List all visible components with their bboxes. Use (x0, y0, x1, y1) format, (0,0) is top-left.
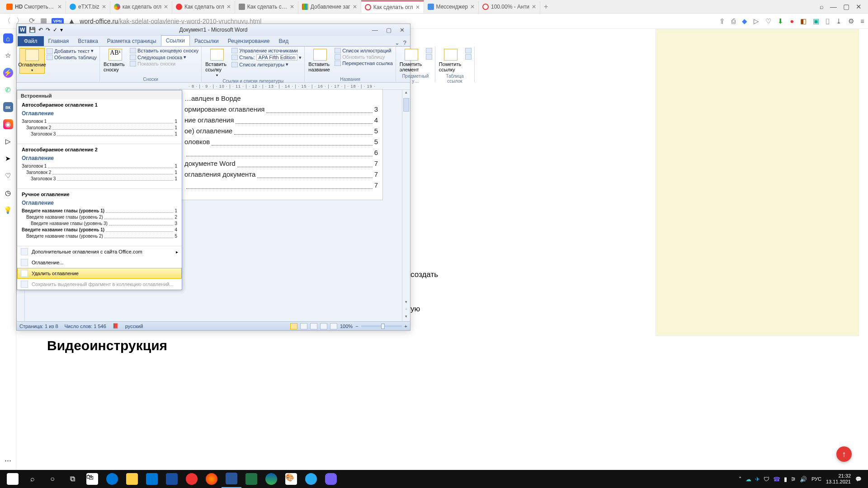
undo-icon[interactable]: ↶ (38, 27, 43, 33)
maximize-icon[interactable]: ▢ (843, 3, 849, 11)
qat-dropdown-icon[interactable]: ▾ (60, 27, 63, 33)
zoom-in-icon[interactable]: + (405, 324, 407, 329)
tray-up-icon[interactable]: ˄ (739, 476, 742, 483)
history-icon[interactable]: ◷ (3, 188, 13, 198)
word-count[interactable]: Число слов: 1 546 (65, 324, 106, 329)
next-page-icon[interactable]: ▾ (402, 314, 410, 321)
update-index-icon[interactable] (426, 54, 432, 60)
heart-rail-icon[interactable]: ♡ (3, 171, 13, 181)
close-icon[interactable]: ✕ (532, 4, 536, 10)
close-icon[interactable]: ✕ (226, 4, 231, 10)
scroll-up-icon[interactable]: ▴ (402, 90, 410, 97)
ribbon-tab-references[interactable]: Ссылки (161, 35, 190, 46)
toc-button[interactable]: Оглавление▾ (19, 48, 45, 74)
ribbon-tab-review[interactable]: Рецензирование (223, 36, 274, 46)
screenshot-icon[interactable]: ⎙ (731, 17, 736, 25)
tray-wifi-icon[interactable]: ⚞ (791, 476, 796, 483)
minimize-icon[interactable]: — (830, 3, 837, 10)
edge-icon[interactable] (102, 470, 122, 488)
mark-entry-button[interactable]: Пометить элемент (399, 48, 424, 73)
player-icon[interactable]: ▷ (3, 136, 13, 146)
tray-battery-icon[interactable]: ▮ (784, 476, 787, 483)
scroll-top-button[interactable]: ↑ (836, 446, 852, 462)
heart-icon[interactable]: ♡ (765, 17, 771, 25)
tab-3[interactable]: Как сделать огл✕ (172, 0, 235, 13)
word-close-icon[interactable]: ✕ (400, 27, 405, 33)
excel-icon[interactable] (241, 470, 261, 488)
whatsapp-icon[interactable]: ✆ (3, 85, 13, 95)
cross-reference-button[interactable]: Перекрестная ссылка (335, 61, 393, 66)
save-icon[interactable]: 💾 (29, 27, 36, 33)
send-icon[interactable]: ➤ (3, 154, 13, 164)
draft-view[interactable] (330, 323, 337, 329)
extension-icon[interactable]: ◧ (800, 17, 807, 25)
tab-7[interactable]: Мессенджер✕ (424, 0, 479, 13)
tab-2[interactable]: как сделать огл✕ (110, 0, 172, 13)
share-icon[interactable]: ⇪ (719, 17, 725, 25)
close-icon[interactable]: ✕ (290, 4, 294, 10)
spell-icon[interactable]: 📕 (113, 323, 119, 329)
help-icon[interactable]: ? (403, 39, 406, 46)
update-table-button[interactable]: Обновить таблицу (47, 55, 97, 60)
close-icon[interactable]: ✕ (415, 4, 420, 10)
tip-icon[interactable]: 💡 (3, 205, 13, 215)
search-button[interactable]: ⌕ (23, 470, 42, 488)
insert-caption-button[interactable]: Вставить название (307, 48, 333, 73)
tab-5[interactable]: Добавление заг✕ (298, 0, 361, 13)
messenger-icon[interactable]: ⚡ (3, 68, 13, 78)
zoom-value[interactable]: 100% (340, 324, 353, 329)
app-icon[interactable] (162, 470, 182, 488)
start-button[interactable]: ⊞ (3, 470, 23, 488)
ribbon-collapse-icon[interactable]: ⌄ (395, 39, 400, 46)
tray-language[interactable]: РУС (811, 476, 821, 482)
extension-icon-3[interactable]: ⌷ (826, 17, 830, 25)
zoom-slider[interactable] (361, 325, 402, 327)
opera-taskbar-icon[interactable] (182, 470, 202, 488)
action-center-icon[interactable]: 💬 (855, 476, 862, 482)
manual-toc-preview[interactable]: Ручное оглавление Оглавление Введите наз… (17, 189, 182, 246)
shield-icon[interactable]: ◆ (742, 17, 747, 25)
insert-endnote-button[interactable]: Вставить концевую сноску (130, 48, 198, 53)
ribbon-tab-insert[interactable]: Вставка (73, 36, 103, 46)
ribbon-tab-home[interactable]: Главная (44, 36, 74, 46)
downloads-icon[interactable]: ⤓ (836, 17, 842, 25)
ribbon-tab-view[interactable]: Вид (274, 36, 293, 46)
bibliography-button[interactable]: Список литературы ▾ (231, 61, 302, 67)
remove-toc[interactable]: Удалить оглавление (17, 268, 182, 279)
word-titlebar[interactable]: W 💾 ↶ ↷ ✓ ▾ Документ1 - Microsoft Word —… (17, 24, 410, 36)
language-indicator[interactable]: русский (125, 324, 143, 329)
add-text-button[interactable]: Добавить текст ▾ (47, 48, 97, 54)
print-layout-view[interactable] (290, 323, 297, 329)
explorer-icon[interactable] (122, 470, 142, 488)
back-icon[interactable]: 〈 (4, 16, 11, 26)
task-view-button[interactable]: ⧉ (62, 470, 82, 488)
star-icon[interactable]: ☆ (3, 51, 13, 61)
tab-6[interactable]: Как сделать огл✕ (361, 0, 424, 13)
viber-icon[interactable] (321, 470, 341, 488)
update-toa-icon[interactable] (465, 54, 472, 60)
tray-defender-icon[interactable]: 🛡 (764, 476, 769, 483)
menu-icon[interactable]: ≡ (860, 17, 864, 25)
edge-chromium-icon[interactable] (261, 470, 281, 488)
more-icon[interactable]: ⋯ (3, 455, 13, 465)
table-of-figures-button[interactable]: Список иллюстраций (335, 48, 393, 53)
toa-icon[interactable] (465, 48, 472, 53)
next-footnote-button[interactable]: Следующая сноска ▾ (130, 54, 198, 60)
close-icon[interactable]: ✕ (102, 4, 106, 10)
scroll-thumb[interactable] (403, 98, 409, 112)
telegram-icon[interactable] (301, 470, 321, 488)
ribbon-tab-layout[interactable]: Разметка страницы (103, 36, 161, 46)
close-icon[interactable]: ✕ (353, 4, 357, 10)
zoom-out-icon[interactable]: − (355, 324, 358, 329)
manage-sources-button[interactable]: Управление источниками (231, 48, 302, 53)
tab-4[interactable]: Как сделать сод✕ (235, 0, 298, 13)
opera-icon[interactable]: ● (790, 17, 794, 25)
auto-toc-2-preview[interactable]: Автособираемое оглавление 2 Оглавление З… (17, 144, 182, 189)
custom-toc[interactable]: Оглавление... (17, 257, 182, 268)
citation-style-select[interactable]: Стиль: APA Fifth Edition ▾ (231, 54, 302, 61)
extension-icon-2[interactable]: ▣ (813, 17, 819, 25)
word-maximize-icon[interactable]: ▢ (386, 27, 392, 33)
outline-view[interactable] (320, 323, 327, 329)
paint-icon[interactable]: 🎨 (281, 470, 301, 488)
new-tab-button[interactable]: + (540, 3, 552, 11)
